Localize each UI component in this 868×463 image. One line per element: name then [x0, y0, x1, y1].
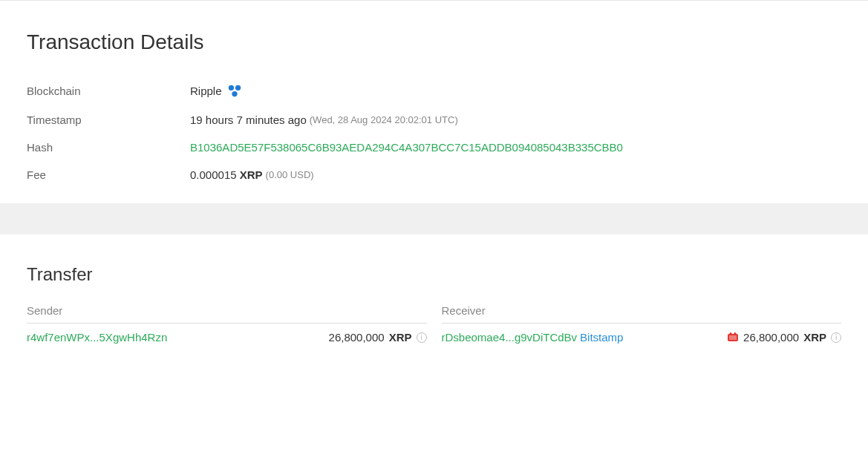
sender-currency: XRP [389, 331, 412, 344]
hash-label: Hash [27, 141, 190, 154]
sender-body: r4wf7enWPx...5XgwHh4Rzn 26,800,000 XRP i [27, 331, 427, 344]
transfer-title: Transfer [27, 264, 841, 285]
detail-row-timestamp: Timestamp 19 hours 7 minutes ago (Wed, 2… [27, 106, 841, 134]
receiver-header: Receiver [442, 304, 842, 324]
info-icon[interactable]: i [831, 332, 841, 343]
hash-link[interactable]: B1036AD5E57F538065C6B93AEDA294C4A307BCC7… [190, 141, 623, 154]
receiver-column: Receiver rDsbeomae4...g9vDiTCdBv Bitstam… [442, 304, 842, 344]
sender-column: Sender r4wf7enWPx...5XgwHh4Rzn 26,800,00… [27, 304, 427, 344]
fee-amount: 0.000015 [190, 168, 237, 181]
alert-icon[interactable] [727, 332, 739, 343]
svg-point-1 [235, 85, 240, 91]
timestamp-absolute: (Wed, 28 Aug 2024 20:02:01 UTC) [310, 114, 458, 125]
timestamp-relative: 19 hours 7 minutes ago [190, 114, 307, 126]
detail-row-hash: Hash B1036AD5E57F538065C6B93AEDA294C4A30… [27, 134, 841, 161]
blockchain-label: Blockchain [27, 85, 190, 97]
detail-row-fee: Fee 0.000015 XRP (0.00 USD) [27, 161, 841, 188]
receiver-address-link[interactable]: rDsbeomae4...g9vDiTCdBv [442, 331, 578, 344]
fee-label: Fee [27, 168, 190, 181]
receiver-exchange-link[interactable]: Bitstamp [580, 331, 623, 344]
blockchain-name: Ripple [190, 85, 222, 97]
ripple-logo-icon [226, 82, 243, 99]
svg-point-2 [232, 91, 237, 96]
page-title: Transaction Details [27, 30, 841, 54]
detail-row-blockchain: Blockchain Ripple [27, 75, 841, 106]
fee-usd: (0.00 USD) [266, 169, 314, 180]
transfer-columns: Sender r4wf7enWPx...5XgwHh4Rzn 26,800,00… [27, 304, 841, 344]
receiver-address-group: rDsbeomae4...g9vDiTCdBv Bitstamp [442, 331, 624, 344]
timestamp-label: Timestamp [27, 114, 190, 126]
svg-point-5 [730, 332, 732, 335]
blockchain-value: Ripple [190, 82, 243, 99]
sender-header: Sender [27, 304, 427, 324]
receiver-body: rDsbeomae4...g9vDiTCdBv Bitstamp 26,800,… [442, 331, 842, 344]
svg-point-6 [734, 332, 737, 335]
sender-amount: 26,800,000 [329, 331, 385, 344]
info-icon[interactable]: i [417, 332, 427, 343]
receiver-amount-block: 26,800,000 XRP i [727, 331, 841, 344]
timestamp-value: 19 hours 7 minutes ago (Wed, 28 Aug 2024… [190, 114, 458, 126]
fee-value: 0.000015 XRP (0.00 USD) [190, 168, 314, 181]
details-table: Blockchain Ripple Timestamp 19 hours 7 m… [27, 75, 841, 188]
sender-address-group: r4wf7enWPx...5XgwHh4Rzn [27, 331, 167, 344]
sender-address-link[interactable]: r4wf7enWPx...5XgwHh4Rzn [27, 331, 167, 344]
hash-value-wrapper: B1036AD5E57F538065C6B93AEDA294C4A307BCC7… [190, 141, 623, 154]
sender-amount-block: 26,800,000 XRP i [329, 331, 427, 344]
transfer-section: Transfer Sender r4wf7enWPx...5XgwHh4Rzn … [0, 234, 868, 373]
transaction-details-section: Transaction Details Blockchain Ripple Ti… [0, 0, 868, 203]
section-separator [0, 203, 868, 234]
svg-rect-4 [729, 335, 737, 340]
fee-currency: XRP [240, 168, 263, 181]
receiver-currency: XRP [803, 331, 826, 344]
receiver-amount: 26,800,000 [743, 331, 799, 344]
svg-point-0 [228, 85, 233, 91]
